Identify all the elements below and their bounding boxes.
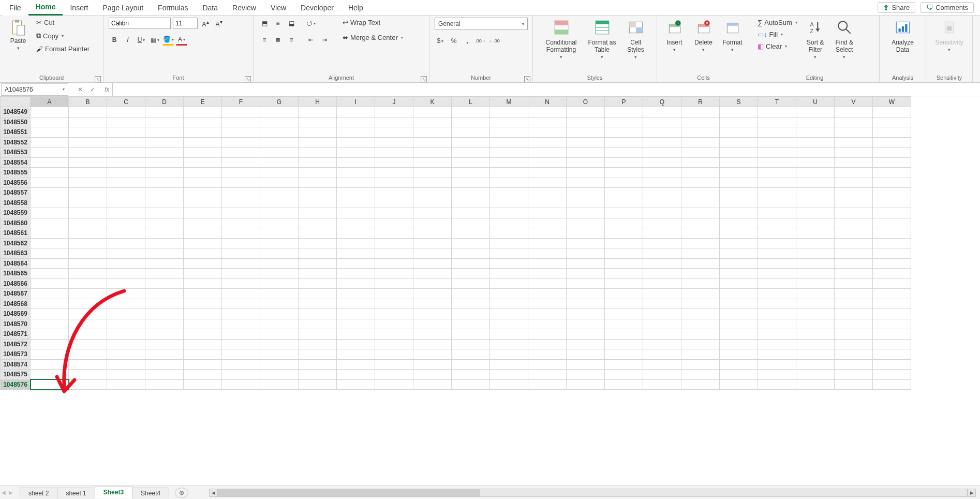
cell[interactable] xyxy=(643,329,681,340)
column-header-F[interactable]: F xyxy=(222,97,260,107)
row-header[interactable]: 1048562 xyxy=(1,238,31,248)
column-header-P[interactable]: P xyxy=(605,97,643,107)
cell[interactable] xyxy=(796,107,835,118)
cell[interactable] xyxy=(567,349,605,360)
cell[interactable] xyxy=(299,208,337,218)
cell[interactable] xyxy=(490,178,528,188)
cell[interactable] xyxy=(69,299,107,309)
cell[interactable] xyxy=(528,228,567,239)
cell[interactable] xyxy=(835,137,873,148)
cell[interactable] xyxy=(260,188,299,198)
row-header[interactable]: 1048561 xyxy=(1,228,31,239)
cell[interactable] xyxy=(567,370,605,380)
cell[interactable] xyxy=(337,269,375,279)
cell[interactable] xyxy=(567,299,605,309)
cell[interactable] xyxy=(184,289,222,299)
cell[interactable] xyxy=(835,157,873,168)
cell[interactable] xyxy=(375,208,413,218)
cell[interactable] xyxy=(184,379,222,390)
cell[interactable] xyxy=(107,178,145,188)
cell[interactable] xyxy=(31,278,69,289)
column-header-J[interactable]: J xyxy=(375,97,413,107)
cell[interactable] xyxy=(337,188,375,198)
column-header-E[interactable]: E xyxy=(184,97,222,107)
cell[interactable] xyxy=(873,168,911,178)
cell[interactable] xyxy=(873,137,911,148)
cell[interactable] xyxy=(299,258,337,269)
cell[interactable] xyxy=(873,349,911,360)
cell[interactable] xyxy=(337,117,375,127)
cell[interactable] xyxy=(184,208,222,218)
cell[interactable] xyxy=(31,309,69,319)
row-header[interactable]: 1048559 xyxy=(1,208,31,218)
cell[interactable] xyxy=(720,117,758,127)
cell[interactable] xyxy=(643,218,681,228)
cell[interactable] xyxy=(337,349,375,360)
row-header[interactable]: 1048575 xyxy=(1,370,31,380)
enter-formula-button[interactable]: ✓ xyxy=(87,84,98,95)
cell[interactable] xyxy=(69,339,107,349)
cell[interactable] xyxy=(758,137,796,148)
new-sheet-button[interactable]: ⊕ xyxy=(175,488,188,498)
cut-button[interactable]: ✂ Cut xyxy=(34,18,92,27)
cell[interactable] xyxy=(643,349,681,360)
cell[interactable] xyxy=(567,228,605,239)
cell[interactable] xyxy=(107,370,145,380)
cell[interactable] xyxy=(835,248,873,259)
column-header-W[interactable]: W xyxy=(873,97,911,107)
cell[interactable] xyxy=(107,359,145,370)
cell[interactable] xyxy=(567,359,605,370)
cell[interactable] xyxy=(758,269,796,279)
cell[interactable] xyxy=(413,299,452,309)
cell[interactable] xyxy=(528,278,567,289)
cell[interactable] xyxy=(681,258,720,269)
cell[interactable] xyxy=(375,309,413,319)
cell[interactable] xyxy=(337,289,375,299)
cell[interactable] xyxy=(452,238,490,248)
cell[interactable] xyxy=(222,339,260,349)
cell[interactable] xyxy=(528,117,567,127)
cell[interactable] xyxy=(452,127,490,138)
cell[interactable] xyxy=(145,198,184,208)
cell[interactable] xyxy=(337,168,375,178)
cell[interactable] xyxy=(605,198,643,208)
cancel-formula-button[interactable]: ✕ xyxy=(75,84,86,95)
cell[interactable] xyxy=(720,299,758,309)
cell[interactable] xyxy=(107,238,145,248)
tab-home[interactable]: Home xyxy=(28,0,63,16)
cell[interactable] xyxy=(337,228,375,239)
cell[interactable] xyxy=(145,188,184,198)
cell[interactable] xyxy=(835,218,873,228)
cell[interactable] xyxy=(31,370,69,380)
cell[interactable] xyxy=(107,349,145,360)
cell[interactable] xyxy=(528,198,567,208)
cell[interactable] xyxy=(184,137,222,148)
cell[interactable] xyxy=(413,309,452,319)
column-header-A[interactable]: A xyxy=(31,97,69,107)
cell[interactable] xyxy=(528,107,567,118)
cell[interactable] xyxy=(222,359,260,370)
cell[interactable] xyxy=(222,319,260,329)
cell[interactable] xyxy=(413,208,452,218)
cell[interactable] xyxy=(31,299,69,309)
cell[interactable] xyxy=(835,278,873,289)
cell[interactable] xyxy=(681,349,720,360)
cell[interactable] xyxy=(643,278,681,289)
wrap-text-button[interactable]: ↩ Wrap Text xyxy=(340,18,405,27)
cell[interactable] xyxy=(222,278,260,289)
cell[interactable] xyxy=(873,258,911,269)
cell[interactable] xyxy=(873,248,911,259)
cell[interactable] xyxy=(299,218,337,228)
cell[interactable] xyxy=(720,339,758,349)
cell[interactable] xyxy=(567,289,605,299)
cell[interactable] xyxy=(835,127,873,138)
cell[interactable] xyxy=(222,168,260,178)
cell[interactable] xyxy=(643,379,681,390)
cell[interactable] xyxy=(490,339,528,349)
cell[interactable] xyxy=(69,258,107,269)
cell[interactable] xyxy=(145,359,184,370)
cell[interactable] xyxy=(681,379,720,390)
cell[interactable] xyxy=(107,248,145,259)
cell[interactable] xyxy=(375,329,413,340)
cell[interactable] xyxy=(375,198,413,208)
